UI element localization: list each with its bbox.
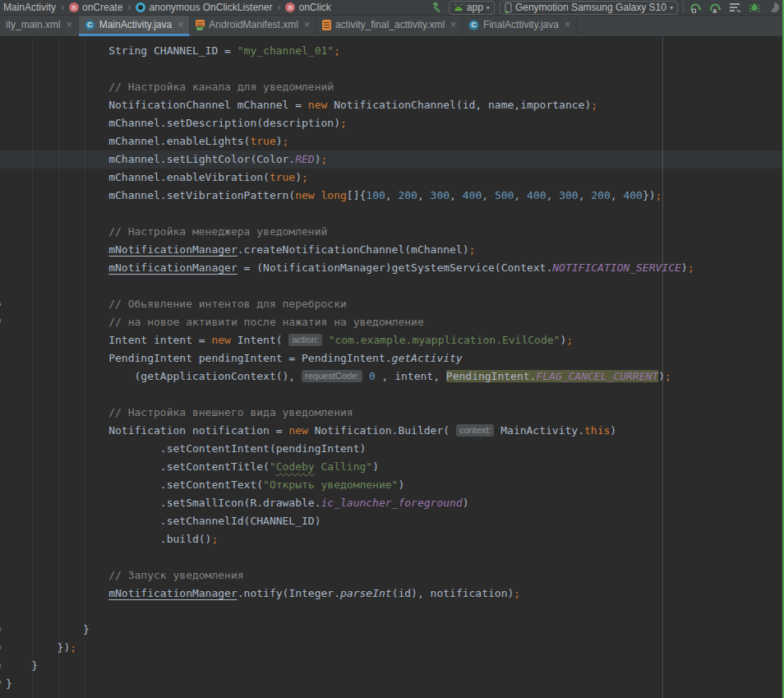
code-line[interactable]: Notification notification = new Notifica… xyxy=(0,422,784,440)
code-token: NotificationChannel(id, name,importance) xyxy=(327,99,591,111)
apply-code-changes-button[interactable]: A xyxy=(708,1,722,14)
xml-file-icon xyxy=(322,20,331,30)
code-line[interactable]: } xyxy=(0,621,784,639)
code-token: mNotificationManager xyxy=(108,587,238,599)
code-area[interactable]: String CHANNEL_ID = "my_channel_01";// Н… xyxy=(0,37,784,698)
code-line[interactable]: // Запуск уведомления xyxy=(0,566,784,585)
breadcrumb-item-oncreate[interactable]: monCreate xyxy=(67,2,124,13)
code-line[interactable]: NotificationChannel mChannel = new Notif… xyxy=(0,96,784,114)
tab-activity-final-acttivity-xml[interactable]: activity_final_acttivity.xml× xyxy=(316,16,463,36)
tab-mainactivity-java[interactable]: CMainActivity.java× xyxy=(79,16,191,36)
code-token: ; xyxy=(514,587,520,599)
fold-marker-icon[interactable]: ∨ xyxy=(0,678,2,687)
code-line-current[interactable]: mChannel.setLightColor(Color.RED); xyxy=(0,150,784,169)
tab-androidmanifest-xml[interactable]: MFAndroidManifest.xml× xyxy=(190,16,316,36)
code-line[interactable]: .setContentText("Открыть уведомление") xyxy=(0,476,784,494)
run-toolbar: app ▾ Genymotion Samsung Galaxy S10 ▾ A xyxy=(431,1,784,15)
fold-marker-icon[interactable]: ▫ xyxy=(0,642,2,651)
code-line[interactable]: mNotificationManager.notify(Integer.pars… xyxy=(0,585,784,603)
code-line[interactable] xyxy=(0,205,784,223)
code-line[interactable]: .setContentIntent(pendingIntent) xyxy=(0,440,784,458)
code-token: Intent intent = xyxy=(108,334,211,346)
code-token: "com.example.myapplication.EvilCode" xyxy=(329,334,560,346)
device-selector[interactable]: Genymotion Samsung Galaxy S10 ▾ xyxy=(500,1,678,15)
build-list-button[interactable] xyxy=(728,1,741,14)
fold-marker-icon[interactable]: ∧ xyxy=(0,298,2,307)
code-line[interactable] xyxy=(0,277,784,295)
breadcrumb-item-anonymous-onclicklistener[interactable]: anonymous OnClickListener xyxy=(134,2,274,13)
debug-button[interactable] xyxy=(748,1,761,14)
code-line[interactable] xyxy=(0,603,784,621)
breadcrumb-separator: › xyxy=(127,2,131,13)
code-token: , xyxy=(579,189,592,201)
code-line[interactable]: } xyxy=(0,657,784,675)
code-line[interactable]: // Настройка менеджера уведомлений xyxy=(0,223,784,241)
svg-text:A: A xyxy=(713,7,717,13)
code-token: , xyxy=(611,189,624,201)
close-icon[interactable]: × xyxy=(450,19,456,30)
code-line[interactable]: // Обьявление интентов для переброски xyxy=(0,295,784,313)
code-token: 400 xyxy=(623,189,642,201)
code-line[interactable]: .build(); xyxy=(0,530,784,548)
code-token: 200 xyxy=(398,189,417,201)
code-token: .setContentTitle( xyxy=(160,460,270,473)
code-line[interactable]: mChannel.setVibrationPattern(new long[]{… xyxy=(0,187,784,205)
code-line[interactable]: String CHANNEL_ID = "my_channel_01"; xyxy=(0,42,784,60)
code-line[interactable]: mNotificationManager = (NotificationMana… xyxy=(0,259,784,277)
breadcrumb-label: anonymous OnClickListener xyxy=(149,2,272,13)
code-line[interactable] xyxy=(0,60,784,78)
code-line[interactable]: (getApplicationContext(), requestCode: 0… xyxy=(0,367,784,386)
breadcrumb-item-onclick[interactable]: monClick xyxy=(284,2,332,13)
code-line[interactable]: mChannel.enableLights(true); xyxy=(0,132,784,150)
build-hammer-button[interactable] xyxy=(431,1,444,14)
code-line[interactable]: .setContentTitle("Codeby Calling") xyxy=(0,458,784,476)
code-line[interactable]: } xyxy=(0,675,784,693)
code-token: mNotificationManager xyxy=(108,243,238,256)
code-token: ; xyxy=(211,533,218,545)
close-icon[interactable]: × xyxy=(67,19,72,30)
code-line[interactable] xyxy=(0,548,784,566)
param-hint-pill: action: xyxy=(288,334,321,346)
code-line[interactable]: mChannel.enableVibration(true); xyxy=(0,169,784,187)
fold-marker-icon[interactable]: ▫ xyxy=(0,624,2,633)
tab-ity-main-xml[interactable]: ity_main.xml× xyxy=(0,16,79,36)
code-line[interactable]: Intent intent = new Intent( action: "com… xyxy=(0,331,784,349)
breadcrumb-label: MainActivity xyxy=(3,2,56,13)
code-token: , intent, xyxy=(376,370,446,382)
fold-marker-icon[interactable]: ∨ xyxy=(0,317,2,326)
code-line[interactable]: }); xyxy=(0,639,784,657)
apply-changes-restart-button[interactable] xyxy=(689,1,702,14)
param-hint-pill: requestCode: xyxy=(302,370,362,382)
profiler-button[interactable] xyxy=(768,1,781,14)
fold-marker-icon[interactable]: ▫ xyxy=(0,660,2,669)
breadcrumb-item-mainactivity[interactable]: MainActivity xyxy=(2,2,58,13)
code-token: ic_launcher_foreground xyxy=(321,497,463,509)
close-icon[interactable]: × xyxy=(178,19,183,30)
code-line[interactable]: mNotificationManager.createNotificationC… xyxy=(0,241,784,259)
code-line[interactable]: // Настройка канала для уведомлений xyxy=(0,78,784,96)
code-token: ) xyxy=(295,171,302,183)
apply-code-changes-icon: A xyxy=(709,2,722,14)
tab-label: MainActivity.java xyxy=(99,19,172,30)
tab-finalacttivity-java[interactable]: CFinalActtivity.java× xyxy=(463,16,577,36)
code-editor[interactable]: String CHANNEL_ID = "my_channel_01";// Н… xyxy=(0,37,784,698)
code-line[interactable] xyxy=(0,386,784,404)
close-icon[interactable]: × xyxy=(304,19,310,30)
code-token: ; xyxy=(321,153,328,165)
code-line[interactable]: // на новое активити после нажатия на ув… xyxy=(0,313,784,331)
module-selector-label: app xyxy=(467,2,483,13)
code-token: ; xyxy=(70,641,76,654)
code-line[interactable]: .setSmallIcon(R.drawable.ic_launcher_for… xyxy=(0,494,784,512)
code-line[interactable]: // Настройка внешнего вида уведомления xyxy=(0,404,784,422)
code-token: ) xyxy=(681,261,688,274)
module-selector[interactable]: app ▾ xyxy=(449,1,495,15)
code-line[interactable]: mChannel.setDescription(description); xyxy=(0,114,784,132)
device-selector-label: Genymotion Samsung Galaxy S10 xyxy=(515,2,666,13)
indent-guide xyxy=(85,37,85,698)
code-line[interactable]: .setChannelId(CHANNEL_ID) xyxy=(0,512,784,530)
code-token: "Открыть уведомление" xyxy=(263,478,398,491)
code-line[interactable]: PendingIntent pendingIntent = PendingInt… xyxy=(0,349,784,367)
java-class-icon: C xyxy=(85,20,95,30)
close-icon[interactable]: × xyxy=(565,19,570,30)
code-token: ; xyxy=(688,261,694,274)
